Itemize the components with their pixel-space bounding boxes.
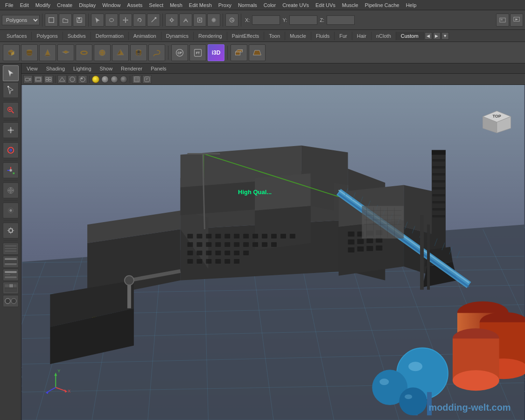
- tab-toon[interactable]: Toon: [264, 32, 285, 40]
- menu-proxy[interactable]: Proxy: [215, 1, 235, 9]
- menu-muscle[interactable]: Muscle: [339, 1, 362, 9]
- light-grey-2[interactable]: [111, 76, 118, 83]
- shelf-extrude-icon[interactable]: [231, 44, 247, 61]
- vp-flat-btn[interactable]: [78, 75, 87, 84]
- tab-polygons[interactable]: Polygons: [32, 32, 63, 40]
- tool-show-manip-btn[interactable]: [3, 223, 19, 238]
- soft-select-btn[interactable]: [207, 14, 220, 27]
- light-grey-1[interactable]: [101, 76, 109, 83]
- menu-pipeline-cache[interactable]: Pipeline Cache: [362, 1, 403, 9]
- menu-create-uvs[interactable]: Create UVs: [279, 1, 312, 9]
- shelf-pyramid-icon[interactable]: [112, 44, 129, 61]
- shelf-cylinder-icon[interactable]: [21, 44, 38, 61]
- tab-painteffects[interactable]: PaintEffects: [227, 32, 265, 40]
- menu-help[interactable]: Help: [403, 1, 420, 9]
- tab-fluids[interactable]: Fluids: [311, 32, 335, 40]
- mode-select[interactable]: Polygons Surfaces Animation Dynamics Ren…: [2, 15, 40, 25]
- tool-soft-mod-btn[interactable]: [3, 203, 19, 218]
- tab-subdivs[interactable]: Subdivs: [63, 32, 91, 40]
- vp-smooth-btn[interactable]: [68, 75, 77, 84]
- vp-wireframe-btn[interactable]: [57, 75, 67, 84]
- shelf-ft-icon[interactable]: FT: [189, 44, 206, 61]
- light-grey-3[interactable]: [120, 76, 127, 83]
- vp-layout-btn[interactable]: [44, 75, 53, 84]
- snap-view-btn[interactable]: [193, 14, 206, 27]
- tool-rotate-btn[interactable]: [3, 142, 19, 158]
- tab-ncloth[interactable]: nCloth: [371, 32, 396, 40]
- tool-scale-btn[interactable]: [3, 162, 19, 178]
- menu-file[interactable]: File: [2, 1, 17, 9]
- z-input[interactable]: [327, 15, 355, 25]
- tab-hair[interactable]: Hair: [352, 32, 371, 40]
- shelf-sphere-icon[interactable]: [94, 44, 111, 61]
- light-yellow[interactable]: [92, 76, 99, 83]
- shelf-menu-btn[interactable]: ▼: [441, 32, 449, 40]
- menu-edit-mesh[interactable]: Edit Mesh: [186, 1, 215, 9]
- menu-create[interactable]: Create: [54, 1, 76, 9]
- menu-normals[interactable]: Normals: [235, 1, 260, 9]
- tool-select-lasso-btn[interactable]: [3, 82, 19, 98]
- save-btn[interactable]: [73, 14, 86, 27]
- shelf-i3d-icon[interactable]: i3D: [208, 44, 224, 61]
- layer-anim-btn[interactable]: [3, 269, 19, 281]
- tab-rendering[interactable]: Rendering: [194, 32, 227, 40]
- shelf-cone-icon[interactable]: [39, 44, 56, 61]
- vp-film-gate-btn[interactable]: [34, 75, 43, 84]
- snap-grid-btn[interactable]: [165, 14, 178, 27]
- lasso-btn[interactable]: [105, 14, 118, 27]
- x-input[interactable]: [252, 15, 280, 25]
- tab-dynamics[interactable]: Dynamics: [161, 32, 194, 40]
- menu-modify[interactable]: Modify: [32, 1, 54, 9]
- tab-deformation[interactable]: Deformation: [91, 32, 129, 40]
- new-scene-btn[interactable]: [45, 14, 58, 27]
- layer-display-btn[interactable]: [3, 243, 19, 255]
- vp-grid-toggle[interactable]: [132, 75, 141, 84]
- layer-4-btn[interactable]: [3, 295, 19, 307]
- shelf-helix-icon[interactable]: [148, 44, 165, 61]
- history-btn[interactable]: [225, 14, 238, 27]
- vp-menu-renderer[interactable]: Renderer: [119, 65, 145, 72]
- shelf-plane-icon[interactable]: [57, 44, 74, 61]
- menu-color[interactable]: Color: [260, 1, 279, 9]
- shelf-pipe-icon[interactable]: [130, 44, 147, 61]
- render-btn[interactable]: [510, 14, 523, 27]
- tab-custom[interactable]: Custom: [396, 32, 424, 40]
- layer-3-btn[interactable]: [3, 282, 19, 294]
- menu-assets[interactable]: Assets: [124, 1, 146, 9]
- y-input[interactable]: [289, 15, 317, 25]
- open-btn[interactable]: [59, 14, 72, 27]
- vp-menu-view[interactable]: View: [24, 65, 40, 72]
- menu-display[interactable]: Display: [76, 1, 99, 9]
- tool-universal-btn[interactable]: [3, 182, 19, 198]
- scale-btn[interactable]: [147, 14, 160, 27]
- vp-menu-shading[interactable]: Shading: [44, 65, 67, 72]
- render-settings-btn[interactable]: [496, 14, 509, 27]
- rotate-btn[interactable]: [133, 14, 146, 27]
- vp-menu-lighting[interactable]: Lighting: [71, 65, 94, 72]
- shelf-bevel-icon[interactable]: [249, 44, 266, 61]
- tab-animation[interactable]: Animation: [129, 32, 161, 40]
- move-btn[interactable]: [119, 14, 132, 27]
- shelf-cp-icon[interactable]: CP: [171, 44, 188, 61]
- layer-render-btn[interactable]: [3, 256, 19, 268]
- menu-mesh[interactable]: Mesh: [167, 1, 186, 9]
- vp-menu-panels[interactable]: Panels: [148, 65, 169, 72]
- shelf-prev-btn[interactable]: ◀: [425, 32, 432, 40]
- tool-move-btn[interactable]: [3, 122, 19, 138]
- vp-camera-btn[interactable]: [23, 75, 33, 84]
- tool-paint-btn[interactable]: [3, 102, 19, 118]
- menu-select[interactable]: Select: [146, 1, 167, 9]
- vp-menu-show[interactable]: Show: [98, 65, 115, 72]
- menu-edit[interactable]: Edit: [17, 1, 32, 9]
- shelf-cube-icon[interactable]: [3, 44, 20, 61]
- vp-heads-up-btn[interactable]: [142, 75, 152, 84]
- menu-window[interactable]: Window: [99, 1, 124, 9]
- scene-canvas[interactable]: High Qual... modding-welt.com TOP: [21, 85, 525, 420]
- snap-curve-btn[interactable]: [179, 14, 192, 27]
- tool-select-btn[interactable]: [3, 65, 19, 81]
- tab-muscle[interactable]: Muscle: [285, 32, 311, 40]
- shelf-torus-icon[interactable]: [76, 44, 92, 61]
- shelf-next-btn[interactable]: ▶: [433, 32, 441, 40]
- tab-fur[interactable]: Fur: [335, 32, 352, 40]
- tab-surfaces[interactable]: Surfaces: [2, 32, 32, 40]
